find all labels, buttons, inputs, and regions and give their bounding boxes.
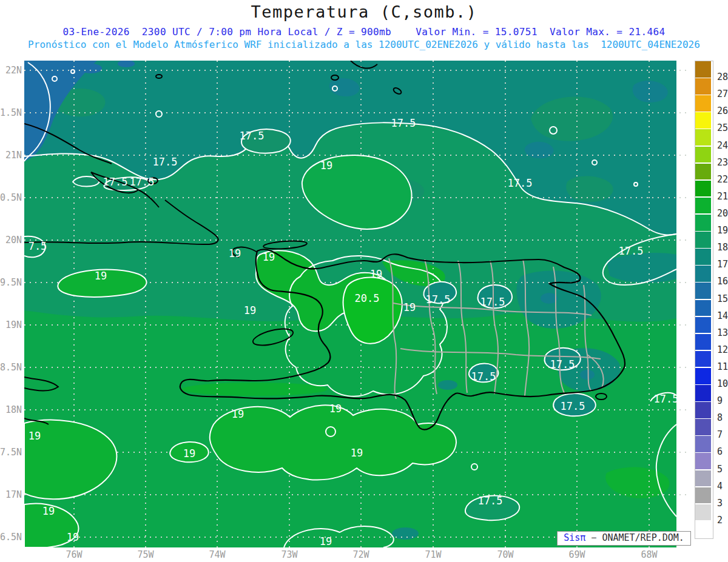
weather-product-page: Temperatura (C,somb.) 03-Ene-2026 2300 U… [0,0,728,562]
shade-cold-speck-1 [541,293,558,304]
lat-tick-label: 9.5N [0,277,22,288]
lon-tick-label: 69W [562,549,592,560]
lon-tick-label: 70W [491,549,520,560]
colorbar-cell [695,470,711,487]
lon-tick-label: 71W [419,549,448,560]
contour-label: 17.5 [480,296,505,308]
colorbar-cell [695,147,711,163]
contour-label: 20.5 [355,292,380,304]
colorbar-value-label: 25 [717,122,728,133]
contour-label: 19 [183,447,195,460]
shade-cold-speck-2 [580,370,595,380]
colorbar-cell [695,487,711,504]
contour-label: 19 [29,430,41,442]
contour-label: 17.5 [240,130,265,142]
colorbar-value-label: 26 [717,105,728,116]
colorbar-cell [695,164,711,180]
shade-warm-tiburon [182,383,328,396]
contour-label: 19 [244,304,256,316]
shade-teal-south-coast [438,380,457,390]
colorbar-cell [695,300,711,316]
lon-tick-label: 68W [635,549,664,560]
colorbar-cell [695,112,711,129]
contour-label: 7.5 [29,240,47,252]
colorbar-cell [695,215,711,231]
colorbar-cell [695,129,711,146]
colorbar-value-label: 28 [717,72,728,82]
lat-tick-label: 18N [0,404,22,415]
contour-label: 17.5 [619,245,644,257]
colorbar-cell [695,249,711,265]
contour-label: 17.5 [391,117,416,129]
contour-label: 17.5 [471,370,496,383]
contour-label: 19 [95,270,107,282]
colorbar-cell [695,453,711,469]
colorbar-cell [695,232,711,248]
contour-label: 17.5 [654,393,679,405]
lat-tick-label: 21N [0,150,22,161]
contour-label: 19 [67,531,79,543]
lat-tick-label: 1.5N [0,107,22,118]
colorbar-value-label: 13 [717,327,728,338]
colorbar-value-label: 8 [717,412,728,423]
lat-tick-label: 19N [0,319,22,330]
contour-label: 17.5 [508,177,533,189]
colorbar-value-label: 24 [717,140,728,151]
colorbar-value-label: 12 [717,344,728,355]
colorbar-value-label: 19 [717,225,728,236]
contour-label: 19 [329,403,342,415]
lat-tick-label: 17N [0,489,22,500]
colorbar-cell [695,402,711,418]
colorbar-value-label: 5 [717,464,728,475]
temperature-map: 17.517.517.517.517.51917.57.517.51919191… [0,0,728,562]
lat-tick-label: 7.5N [0,447,22,458]
colorbar-value-label: 10 [717,378,728,389]
lon-tick-label: 74W [203,549,232,560]
contour-label: 19 [42,505,55,517]
colorbar-value-label: 18 [717,242,728,253]
contour-label: 19 [403,301,416,313]
contour-label: 17.5 [153,156,178,168]
colorbar-value-label: 17 [717,259,728,270]
colorbar-cell [695,521,711,538]
lon-tick-label: 73W [275,549,304,560]
shade-cold-spot-1 [80,64,102,73]
colorbar-cell [695,266,711,282]
colorbar-value-label: 20 [717,208,728,219]
colorbar-cell [695,351,711,367]
lat-tick-label: 6.5N [0,532,22,543]
contour-label: 17.5 [130,176,155,188]
contour-label: 19 [351,447,363,459]
shade-cold-spot-2 [118,60,135,67]
lon-tick-label: 76W [59,549,89,560]
watermark-org-name: ONAMET/REP.DOM. [602,532,684,543]
colorbar-value-label: 3 [717,498,728,509]
colorbar-cell [695,419,711,435]
contour-label: 17.5 [561,400,585,412]
contour-label: 17.5 [478,495,503,507]
contour-label: 19 [370,268,382,280]
colorbar-value-label: 16 [717,276,728,287]
contour-label: 17.5 [426,293,451,306]
colorbar-value-label: 23 [717,157,728,168]
colorbar-value-label: 7 [717,429,728,440]
colorbar-value-label: 6 [717,446,728,457]
colorbar-cell [695,283,711,299]
contour-label: 19 [263,251,275,263]
lat-tick-label: 22N [0,65,22,76]
lon-tick-label: 75W [131,549,160,560]
lat-tick-label: 20N [0,235,22,246]
lat-tick-label: 0.5N [0,192,22,203]
watermark-system-name: Sisπ [564,532,585,543]
lat-tick-label: 8.5N [0,362,22,373]
colorbar-value-label: 27 [717,89,728,99]
colorbar-cell [695,368,711,384]
colorbar-cell [695,385,711,401]
colorbar-cell [695,436,711,452]
colorbar-value-label: 22 [717,174,728,185]
colorbar-value-label: 11 [717,361,728,372]
colorbar-cell [695,317,711,333]
colorbar-cell [695,504,711,521]
lon-tick-label: 72W [346,549,376,560]
watermark: Sisπ − ONAMET/REP.DOM. [557,531,691,546]
